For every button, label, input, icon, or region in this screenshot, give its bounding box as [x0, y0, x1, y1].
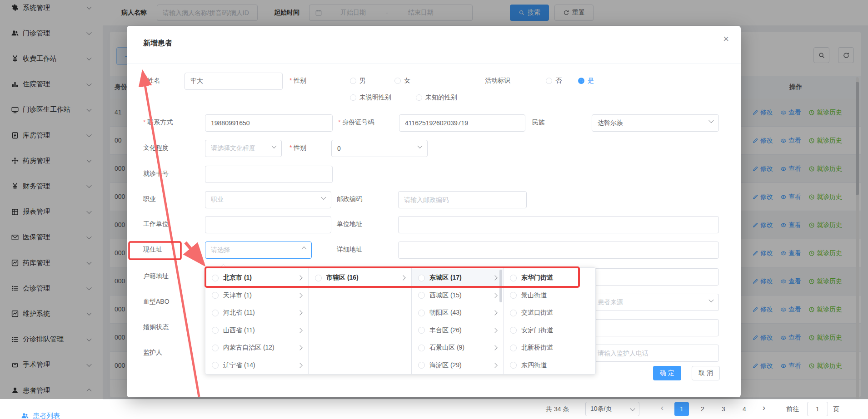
chevron-right-icon: [297, 310, 302, 315]
radio-icon: [418, 345, 425, 351]
close-icon[interactable]: ×: [723, 34, 729, 44]
cascader-option[interactable]: 景山街道: [504, 287, 596, 304]
unit-address-input[interactable]: [398, 216, 719, 233]
radio-icon: [510, 362, 517, 369]
cascader-option-label: 天津市 (1): [223, 291, 252, 300]
page-button-3[interactable]: 3: [716, 402, 731, 416]
current-address-placeholder: 请选择: [211, 246, 230, 254]
cascader-option[interactable]: 东华门街道: [504, 269, 596, 286]
cascader-option[interactable]: 海淀区 (29): [412, 357, 503, 374]
cascader-option-label: 西城区 (15): [429, 291, 462, 300]
chevron-right-icon: [492, 363, 497, 368]
cascader-option-label: 辽宁省 (14): [223, 361, 255, 370]
confirm-button[interactable]: 确 定: [653, 366, 681, 380]
education-select[interactable]: 请选择文化程度: [205, 140, 282, 157]
registered-address-label: 户籍地址: [143, 272, 169, 281]
cascader-column-2: 市辖区 (16): [309, 268, 412, 374]
card-no-input[interactable]: [205, 166, 333, 183]
cascader-option[interactable]: 朝阳区 (43): [412, 304, 503, 321]
radio-label: 是: [588, 77, 594, 85]
radio-icon: [418, 275, 425, 281]
cancel-button[interactable]: 取 消: [692, 366, 720, 380]
page-button-2[interactable]: 2: [695, 402, 710, 416]
radio-icon: [212, 292, 219, 299]
detail-address-input[interactable]: [398, 242, 719, 259]
radio-icon: [510, 275, 517, 281]
chevron-down-icon: [708, 297, 713, 302]
work-unit-label: 工作单位: [143, 220, 169, 228]
chevron-right-icon: [297, 345, 302, 350]
active-flag-radio-yes[interactable]: 是: [578, 77, 594, 85]
id-card-input[interactable]: [399, 114, 525, 132]
unit-address-label: 单位地址: [337, 220, 362, 228]
radio-icon: [212, 275, 219, 281]
ethnicity-select[interactable]: 达斡尔族: [592, 114, 719, 132]
cascader-option[interactable]: 交道口街道: [504, 304, 596, 321]
cascader-option-label: 东城区 (17): [429, 274, 462, 282]
cascader-option[interactable]: 北新桥街道: [504, 339, 596, 356]
cascader-option[interactable]: 东四街道: [504, 357, 596, 374]
cascader-option[interactable]: 西城区 (15): [412, 287, 503, 304]
chevron-right-icon: [492, 328, 497, 333]
radio-icon: [418, 292, 425, 299]
work-unit-input[interactable]: [205, 216, 331, 233]
gender-radio-unstated[interactable]: 未说明性别: [350, 94, 391, 102]
id-card-label: 身份证号码: [338, 118, 374, 127]
gender-radio-female[interactable]: 女: [394, 77, 410, 85]
cascader-option[interactable]: 山西省 (11): [205, 322, 308, 339]
gender-radio-male[interactable]: 男: [350, 77, 366, 85]
cascader-option-label: 河北省 (11): [223, 309, 255, 317]
prev-page-button[interactable]: ‹: [661, 403, 663, 413]
cascader-column-1: 北京市 (1)天津市 (1)河北省 (11)山西省 (11)内蒙古自治区 (12…: [205, 268, 309, 374]
page-size-select[interactable]: 10条/页: [585, 402, 639, 416]
contact-input[interactable]: [205, 114, 333, 132]
cascader-option-label: 安定门街道: [521, 326, 553, 335]
cascader-option[interactable]: 石景山区 (9): [412, 339, 503, 356]
gender2-select[interactable]: 0: [331, 140, 428, 157]
radio-icon: [510, 345, 517, 351]
current-address-cascader-select[interactable]: 请选择: [205, 242, 312, 259]
page-button-1[interactable]: 1: [674, 402, 689, 416]
cascader-option-label: 海淀区 (29): [429, 361, 462, 370]
next-page-button[interactable]: ›: [763, 403, 765, 413]
cascader-scrollbar-thumb[interactable]: [499, 270, 502, 302]
chevron-down-icon: [321, 195, 326, 200]
cascader-option-label: 东华门街道: [521, 274, 553, 282]
occupation-select[interactable]: 职业: [205, 191, 331, 208]
blood-type-label: 血型ABO: [143, 298, 170, 306]
cascader-column-3: 东城区 (17)西城区 (15)朝阳区 (43)丰台区 (26)石景山区 (9)…: [412, 268, 504, 374]
cascader-option[interactable]: 市辖区 (16): [309, 269, 411, 286]
sidebar-subitem-16[interactable]: 患者列表: [0, 403, 103, 419]
cascader-option[interactable]: 天津市 (1): [205, 287, 308, 304]
chevron-right-icon: [297, 275, 302, 280]
total-count: 共 34 条: [546, 405, 569, 414]
cascader-option[interactable]: 北京市 (1): [205, 269, 308, 286]
education-label: 文化程度: [143, 144, 169, 152]
cascader-column-4: 东华门街道景山街道交道口街道安定门街道北新桥街道东四街道: [504, 268, 596, 374]
patient-source-select[interactable]: 患者来源: [592, 294, 719, 311]
cascader-option[interactable]: 东城区 (17): [412, 269, 503, 286]
cascader-option[interactable]: 安定门街道: [504, 322, 596, 339]
gender-radio-unknown[interactable]: 未知的性别: [416, 94, 457, 102]
name-input[interactable]: [185, 73, 283, 90]
cascader-option-label: 石景山区 (9): [429, 344, 464, 352]
guardian-phone-input[interactable]: [592, 345, 719, 362]
occupation-label: 职业: [143, 195, 156, 203]
radio-icon: [212, 362, 219, 369]
active-flag-radio-no[interactable]: 否: [546, 77, 562, 85]
chevron-right-icon: [492, 310, 497, 315]
radio-icon: [416, 94, 422, 101]
cascader-option-label: 景山街道: [521, 291, 547, 300]
cascader-option-label: 朝阳区 (43): [429, 309, 462, 317]
goto-page-input[interactable]: [807, 402, 828, 416]
radio-icon: [212, 310, 219, 316]
postcode-input[interactable]: [398, 191, 527, 208]
cascader-option[interactable]: 河北省 (11): [205, 304, 308, 321]
chevron-right-icon: [492, 275, 497, 280]
chevron-down-icon: [417, 143, 422, 148]
page-button-4[interactable]: 4: [737, 402, 752, 416]
cascader-option[interactable]: 辽宁省 (14): [205, 357, 308, 374]
cascader-option[interactable]: 丰台区 (26): [412, 322, 503, 339]
occupation-placeholder: 职业: [211, 196, 224, 204]
cascader-option[interactable]: 内蒙古自治区 (12): [205, 339, 308, 356]
